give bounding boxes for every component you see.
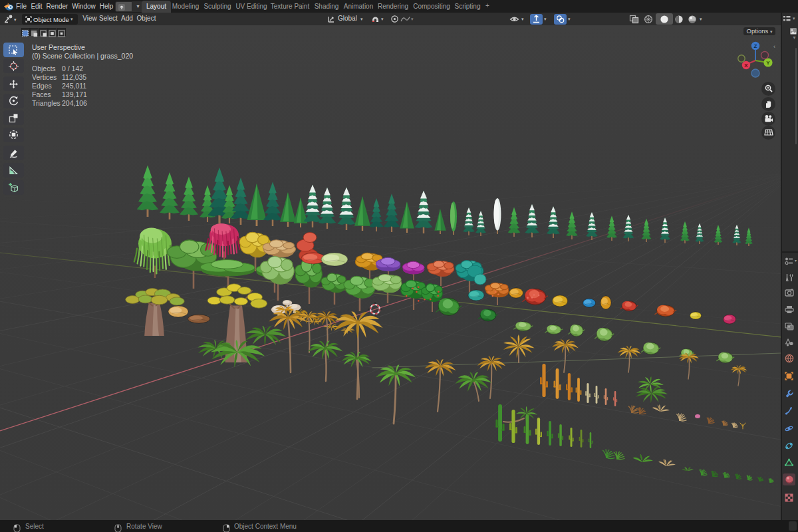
svg-text:Y: Y [766, 60, 770, 66]
svg-text:X: X [744, 63, 748, 68]
svg-text:Z: Z [754, 43, 757, 49]
